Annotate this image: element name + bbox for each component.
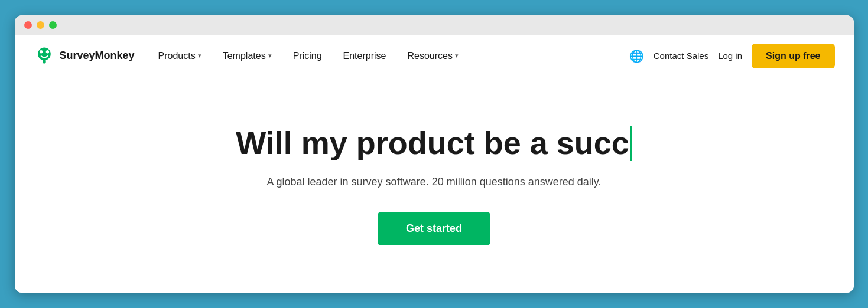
browser-content: SurveyMonkey Products ▾ Templates ▾ Pric… [15,35,854,292]
nav-links: Products ▾ Templates ▾ Pricing Enterpris… [149,46,629,66]
chevron-resources-icon: ▾ [455,52,459,60]
logo-text: SurveyMonkey [60,50,135,62]
hero-title-text: Will my product be a succ [236,124,629,161]
nav-label-resources: Resources [407,51,452,61]
nav-right: 🌐 Contact Sales Log in Sign up free [629,44,835,68]
svg-point-1 [39,50,42,53]
svg-rect-3 [43,59,45,63]
browser-window: SurveyMonkey Products ▾ Templates ▾ Pric… [15,15,854,292]
nav-item-resources[interactable]: Resources ▾ [398,46,467,66]
chevron-products-icon: ▾ [198,52,201,60]
nav-item-templates[interactable]: Templates ▾ [213,46,281,66]
traffic-light-red[interactable] [24,21,32,29]
contact-sales-link[interactable]: Contact Sales [654,51,708,61]
hero-section: Will my product be a succ A global leade… [15,77,854,292]
nav-label-pricing: Pricing [293,51,322,61]
hero-title: Will my product be a succ [236,124,632,161]
nav-item-pricing[interactable]: Pricing [284,46,331,66]
signup-button[interactable]: Sign up free [752,44,834,68]
login-link[interactable]: Log in [718,51,742,61]
traffic-light-green[interactable] [49,21,57,29]
svg-point-2 [45,50,48,53]
nav-label-templates: Templates [223,51,266,61]
nav-item-enterprise[interactable]: Enterprise [334,46,396,66]
nav-item-products[interactable]: Products ▾ [149,46,211,66]
svg-point-0 [38,48,51,61]
chevron-templates-icon: ▾ [268,52,272,60]
navbar: SurveyMonkey Products ▾ Templates ▾ Pric… [15,35,854,77]
logo[interactable]: SurveyMonkey [34,45,135,67]
traffic-light-yellow[interactable] [37,21,44,29]
nav-label-products: Products [158,51,196,61]
cursor-icon [630,126,632,161]
globe-icon[interactable]: 🌐 [629,49,644,63]
hero-subtitle: A global leader in survey software. 20 m… [267,176,602,188]
browser-chrome [15,15,854,35]
nav-label-enterprise: Enterprise [343,51,386,61]
logo-icon [34,45,55,67]
get-started-button[interactable]: Get started [378,212,490,245]
